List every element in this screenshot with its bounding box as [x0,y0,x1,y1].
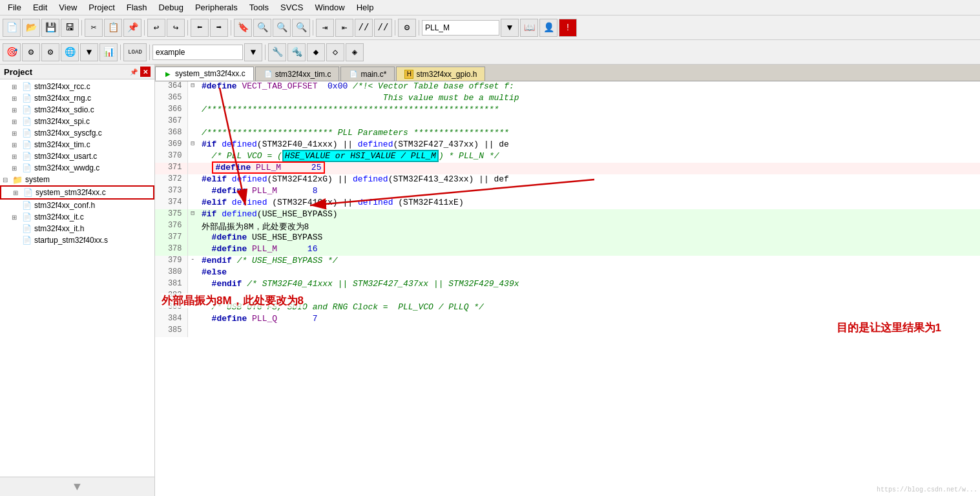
close-sidebar-button[interactable]: ✕ [140,67,151,77]
tree-item-tim[interactable]: ⊞ 📄 stm32f4xx_tim.c [0,139,154,150]
bookmark-btn[interactable]: 🔖 [234,19,252,37]
combo-down[interactable]: ▼ [501,19,519,37]
line-code[interactable]: #endif /* USE_HSE_BYPASS */ [198,256,980,267]
menu-tools[interactable]: Tools [244,1,274,14]
paste-btn[interactable]: 📌 [123,19,141,37]
load-btn[interactable]: LOAD [123,43,147,61]
find-btn[interactable]: 🔍 [253,19,271,37]
tree-item-system-stm32[interactable]: ⊞ 📄 system_stm32f4xx.c [0,185,154,200]
tree-item-syscfg[interactable]: ⊞ 📄 stm32f4xx_syscfg.c [0,127,154,139]
open-btn[interactable]: 📂 [22,19,40,37]
line-code[interactable] [198,291,980,302]
menu-edit[interactable]: Edit [28,1,52,14]
tree-expand-tim[interactable]: ⊞ [12,141,21,149]
target-options-btn[interactable]: ⚙ [22,43,40,61]
menu-debug[interactable]: Debug [154,1,189,14]
tree-expand-system[interactable]: ⊟ [3,176,12,183]
comment-btn[interactable]: // [355,19,373,37]
debug-run-btn[interactable]: 🔧 [268,43,286,61]
refresh-btn[interactable]: ! [559,19,577,37]
project-combo-down[interactable]: ▼ [244,43,262,61]
debug-step-btn[interactable]: ◆ [307,43,325,61]
line-code[interactable] [198,326,980,337]
find3-btn[interactable]: 🔍 [292,19,310,37]
tree-expand-stm32[interactable]: ⊞ [13,189,22,196]
debug-stop-btn[interactable]: ◇ [326,43,344,61]
tree-expand-usart[interactable]: ⊞ [12,153,21,160]
copy-btn[interactable]: 📋 [104,19,122,37]
target-settings-btn[interactable]: ⚙ [41,43,59,61]
line-code[interactable]: #define PLL_M 8 [198,186,980,198]
menu-file[interactable]: File [3,1,26,14]
tree-item-wwdg[interactable]: ⊞ 📄 stm32f4xx_wwdg.c [0,162,154,174]
tree-item-it-c[interactable]: ⊞ 📄 stm32f4xx_it.c [0,211,154,223]
pin-button[interactable]: 📌 [129,67,139,77]
tab-system-stm32[interactable]: ▶ system_stm32f4xx.c [155,67,254,81]
line-code[interactable]: #endif /* STM32F40_41xxx || STM32F427_43… [198,279,980,291]
env-arrow-btn[interactable]: ▼ [80,43,98,61]
line-code[interactable]: #if defined(USE_HSE_BYPASS) [198,209,980,221]
save-all-btn[interactable]: 🖫 [61,19,79,37]
tree-expand-wwdg[interactable]: ⊞ [12,165,21,172]
menu-flash[interactable]: Flash [121,1,152,14]
tree-expand-spi[interactable]: ⊞ [12,118,21,125]
tree-item-startup[interactable]: 📄 startup_stm32f40xx.s [0,234,154,246]
tree-expand-it-c[interactable]: ⊞ [12,214,21,221]
tree-expand-sdio[interactable]: ⊞ [12,107,21,114]
unindent-btn[interactable]: ⇤ [335,19,353,37]
redo-btn[interactable]: ↪ [167,19,185,37]
target-btn[interactable]: 🎯 [3,43,21,61]
line-code[interactable]: #define VECT_TAB_OFFSET 0x00 /*!< Vector… [198,81,980,93]
line-code[interactable]: /************************* PLL Parameter… [198,128,980,140]
tree-item-it-h[interactable]: 📄 stm32f4xx_it.h [0,223,154,234]
env-btn[interactable]: 🌐 [61,43,79,61]
tree-item-spi[interactable]: ⊞ 📄 stm32f4xx_spi.c [0,116,154,127]
nav-fwd-btn[interactable]: ➡ [210,19,228,37]
tab-gpio[interactable]: H stm32f4xx_gpio.h [396,67,485,81]
line-code[interactable]: #else [198,267,980,279]
menu-view[interactable]: View [54,1,82,14]
menu-peripherals[interactable]: Peripherals [190,1,243,14]
uncomment-btn[interactable]: // [374,19,392,37]
tree-item-usart[interactable]: ⊞ 📄 stm32f4xx_usart.c [0,150,154,162]
line-code[interactable]: #define USE_HSE_BYPASS [198,232,980,244]
debug-reset-btn[interactable]: ◈ [346,43,364,61]
menu-window[interactable]: Window [309,1,349,14]
save-btn[interactable]: 💾 [41,19,59,37]
indent-btn[interactable]: ⇥ [316,19,334,37]
goto-def-btn[interactable]: 📖 [520,19,538,37]
tree-expand-rcc[interactable]: ⊞ [12,83,21,90]
line-code[interactable]: #define PLL_M 25 [198,163,980,174]
debug-target-btn[interactable]: 🔩 [287,43,306,61]
tree-expand-rng[interactable]: ⊞ [12,95,21,102]
line-code[interactable]: This value must be a multip [198,93,980,105]
tree-item-system-folder[interactable]: ⊟ 📁 system [0,174,154,185]
code-content[interactable]: 364 ⊟ #define VECT_TAB_OFFSET 0x00 /*!< … [155,81,980,496]
line-code[interactable]: #define PLL_M 16 [198,244,980,256]
line-code[interactable]: 外部晶振为8M，此处要改为8 [198,221,980,232]
line-expand[interactable]: ⊟ [187,209,198,221]
compile-btn[interactable]: ⚙ [398,19,416,37]
menu-help[interactable]: Help [351,1,379,14]
tab-tim[interactable]: 📄 stm32f4xx_tim.c [255,67,340,81]
line-expand[interactable]: ⊟ [187,140,198,151]
cut-btn[interactable]: ✂ [85,19,103,37]
menu-svcs[interactable]: SVCS [275,1,308,14]
tab-main[interactable]: 📄 main.c* [340,67,395,81]
line-code[interactable]: /***************************************… [198,105,980,116]
symbol-combo[interactable] [422,20,499,36]
profile-btn[interactable]: 👤 [539,19,558,37]
undo-btn[interactable]: ↩ [147,19,165,37]
project-combo[interactable] [152,45,243,60]
line-code[interactable]: /* USB OTG FS, SDIO and RNG Clock = PLL_… [198,302,980,314]
line-expand[interactable]: ⊟ [187,81,198,93]
tree-item-sdio[interactable]: ⊞ 📄 stm32f4xx_sdio.c [0,104,154,116]
manage-btn[interactable]: 📊 [99,43,118,61]
line-code[interactable] [198,116,980,128]
nav-back-btn[interactable]: ⬅ [191,19,209,37]
line-code[interactable]: #elif defined (STM32F410xx) || defined (… [198,198,980,209]
find2-btn[interactable]: 🔍 [273,19,291,37]
line-code[interactable]: #define PLL_Q 7 [198,314,980,326]
menu-project[interactable]: Project [83,1,120,14]
new-file-btn[interactable]: 📄 [3,19,21,37]
